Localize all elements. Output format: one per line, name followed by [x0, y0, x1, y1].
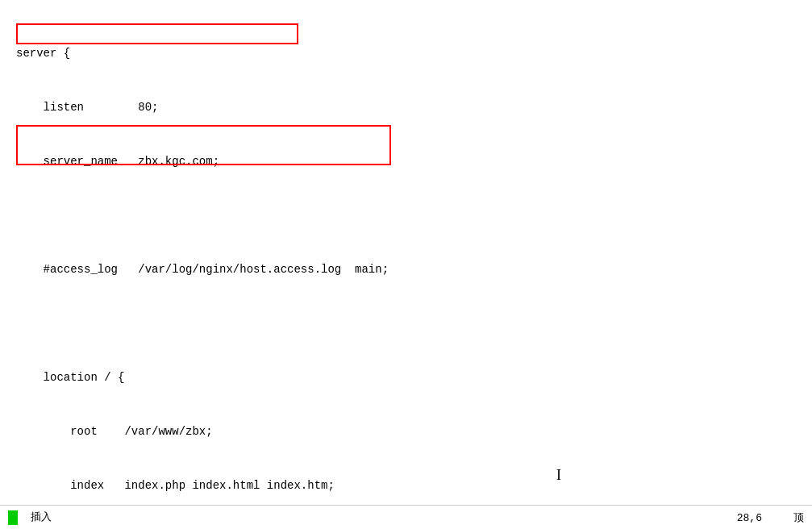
code-line-9: index index.php index.html index.htm;: [16, 477, 796, 494]
status-position: 28,6 顶: [737, 510, 804, 525]
code-editor: server { listen 80; server_name zbx.kgc.…: [0, 0, 812, 529]
code-line-8: root /var/www/zbx;: [16, 423, 796, 440]
status-bar: 插入 28,6 顶: [0, 505, 812, 529]
highlight-server-name: [16, 23, 298, 44]
status-insert-label: 插入: [31, 511, 52, 523]
status-mode: 插入: [8, 510, 52, 525]
code-line-1: server {: [16, 44, 796, 62]
cursor-block: [8, 510, 18, 525]
text-cursor-icon: I: [556, 467, 561, 484]
status-line-col: 28,6: [737, 512, 762, 524]
code-line-6: [16, 314, 796, 332]
code-line-3: server_name zbx.kgc.com;: [16, 152, 796, 170]
code-line-7: location / {: [16, 369, 796, 386]
code-line-5: #access_log /var/log/nginx/host.access.l…: [16, 260, 796, 278]
code-line-2: listen 80;: [16, 98, 796, 116]
code-line-4: [16, 206, 796, 224]
status-scroll: 顶: [793, 512, 804, 524]
